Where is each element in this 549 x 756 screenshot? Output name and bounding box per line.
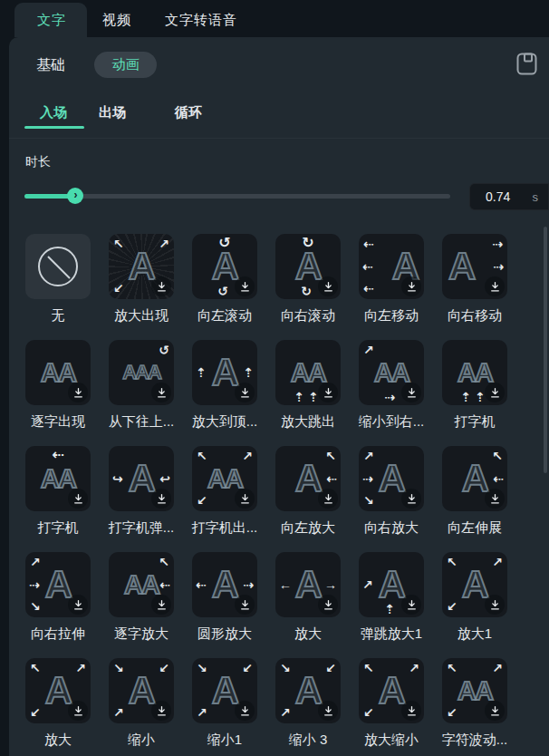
animation-thumbnail[interactable]: A↖↗↙	[359, 658, 424, 723]
tile-label: 向左伸展	[448, 519, 502, 537]
animation-tile[interactable]: A↺↺向左滚动	[192, 234, 257, 325]
animation-thumbnail[interactable]: AA↖↗↙	[192, 446, 257, 511]
animation-tile[interactable]: A⇡⇡放大到顶...	[192, 340, 257, 431]
animation-tile[interactable]: A⇠⇠⇠向左移动	[359, 234, 424, 325]
animtab-exit[interactable]: 出场	[99, 104, 126, 121]
animation-tile[interactable]: A↖↗↙放大缩小	[359, 658, 424, 749]
animation-tile[interactable]: A↖⇠向左放大	[275, 446, 341, 537]
tab-text[interactable]: 文字	[37, 12, 66, 29]
subnav-basic[interactable]: 基础	[36, 56, 65, 75]
motion-arrow-icon: ↖	[159, 556, 169, 568]
motion-arrow-icon: ↘	[30, 600, 41, 613]
duration-value-box[interactable]: 0.74 s	[469, 183, 549, 210]
animation-thumbnail[interactable]: A⇡⇡	[192, 340, 257, 405]
tile-label: 向左移动	[364, 307, 419, 325]
animation-tile[interactable]: A↗⇡弹跳放大1	[359, 552, 424, 643]
motion-arrow-icon: ↙	[30, 706, 41, 719]
motion-arrow-icon: →	[324, 578, 337, 591]
motion-arrow-icon: ⇠	[363, 282, 374, 295]
download-icon	[72, 599, 84, 611]
animation-tile[interactable]: AA⇡⇡放大跳出	[275, 340, 341, 431]
motion-arrow-icon: ↗	[197, 706, 207, 719]
tile-label-wrap: 放大1	[442, 625, 507, 643]
animtab-enter[interactable]: 入场	[40, 104, 67, 121]
tab-text-to-speech[interactable]: 文字转语音	[165, 12, 237, 29]
scrollbar-thumb[interactable]	[544, 227, 547, 473]
animation-tile[interactable]: AA↖↗↙字符波动...	[442, 658, 507, 749]
animation-tile[interactable]: AAA↺从下往上...	[109, 340, 174, 431]
animation-thumbnail[interactable]: AAA↺	[109, 340, 174, 405]
animation-thumbnail[interactable]: A↗⇢↘	[25, 552, 91, 617]
animation-tile[interactable]: AA⇠打字机	[25, 446, 91, 537]
animation-thumbnail[interactable]: AA⇠	[25, 446, 91, 511]
animation-tile[interactable]: AA⇡⇡打字机	[442, 340, 507, 431]
animation-thumbnail[interactable]: A↘↙↗	[109, 658, 174, 723]
animation-thumbnail[interactable]: A↖↗↙	[109, 234, 174, 299]
animation-thumbnail[interactable]: A↗⇡	[359, 552, 424, 617]
tile-label: 打字机	[455, 413, 496, 431]
download-icon	[239, 493, 251, 505]
animation-tile[interactable]: A↖↗↙放大	[25, 658, 91, 749]
animation-thumbnail[interactable]: AA↖⇠	[109, 552, 174, 617]
motion-arrow-icon: ⇡	[196, 366, 207, 379]
download-badge	[401, 701, 421, 721]
tile-label: 缩小	[128, 732, 155, 749]
tile-label: 缩小到右...	[359, 413, 425, 431]
animation-tile[interactable]: A↘↙↗缩小 3	[275, 658, 341, 749]
animation-thumbnail[interactable]: A⇠⇠⇠	[359, 234, 424, 299]
animation-tile[interactable]: A↖↗↙放大1	[442, 552, 507, 643]
save-collection-icon[interactable]	[516, 53, 537, 75]
tile-label: 放大跳出	[281, 413, 335, 431]
download-icon	[72, 493, 84, 505]
animation-thumbnail[interactable]: A⇢⇢	[442, 234, 507, 299]
animation-thumbnail[interactable]: A↖↗↙	[442, 552, 507, 617]
animation-tile[interactable]: A↘↙↗缩小1	[192, 658, 257, 749]
animation-thumbnail[interactable]: A↪↩	[109, 446, 174, 511]
animation-thumbnail[interactable]: AA⇡⇡	[275, 340, 341, 405]
animation-tile[interactable]: A⇢⇢向右移动	[442, 234, 507, 325]
animation-thumbnail[interactable]: A↘↙↗	[275, 658, 341, 723]
animation-thumbnail[interactable]: A↖⇠	[442, 446, 507, 511]
animation-thumbnail[interactable]	[25, 234, 91, 299]
slider-track[interactable]	[24, 194, 450, 199]
animation-tile[interactable]: A↖⇠向左伸展	[442, 446, 507, 537]
duration-slider[interactable]: ›	[24, 188, 450, 204]
animation-tile[interactable]: A↗⇢↘向右拉伸	[25, 552, 91, 643]
animation-tile[interactable]: AA↖⇠逐字放大	[109, 552, 174, 643]
animation-tile[interactable]: A↪↩打字机弹...	[109, 446, 174, 537]
tab-video[interactable]: 视频	[102, 12, 131, 29]
animation-thumbnail[interactable]: A↻↻	[275, 234, 341, 299]
animation-tile[interactable]: A↖↗↙放大出现	[109, 234, 174, 325]
animation-tile[interactable]: A↘↙↗缩小	[109, 658, 174, 749]
animation-thumbnail[interactable]: A↺↺	[192, 234, 257, 299]
animation-tile[interactable]: AA↖↗↙打字机出...	[192, 446, 257, 537]
tile-label: 缩小 3	[289, 732, 328, 749]
motion-arrow-icon: ↗	[492, 556, 503, 568]
animation-tile[interactable]: AA逐字出现	[25, 340, 91, 431]
animation-tile[interactable]: AA↗⇢缩小到右...	[359, 340, 424, 431]
animation-thumbnail[interactable]: A⇠⇢	[192, 552, 257, 617]
animation-thumbnail[interactable]: A↖↗↙	[25, 658, 91, 723]
animation-tile-none[interactable]: 无	[25, 234, 91, 325]
animation-thumbnail[interactable]: A↗⇢↘	[359, 446, 424, 511]
animation-tile[interactable]: A⇠⇢圆形放大	[192, 552, 257, 643]
subnav-animation[interactable]: 动画	[94, 52, 157, 78]
download-badge	[318, 383, 338, 402]
animtab-loop[interactable]: 循环	[175, 104, 202, 121]
motion-arrow-icon: ↗	[159, 237, 169, 250]
animation-tile[interactable]: A↗⇢↘向右放大	[359, 446, 424, 537]
animation-thumbnail[interactable]: AA⇡⇡	[442, 340, 507, 405]
animation-thumbnail[interactable]: A↘↙↗	[192, 658, 257, 723]
animation-thumbnail[interactable]: A←→	[275, 552, 341, 617]
animation-thumbnail[interactable]: AA	[25, 340, 91, 405]
slider-thumb[interactable]: ›	[67, 188, 83, 204]
tile-label: 打字机弹...	[109, 519, 175, 537]
animation-thumbnail[interactable]: A↖⇠	[275, 446, 341, 511]
tile-label-wrap: 向右移动	[442, 307, 507, 325]
animation-tile[interactable]: A↻↻向右滚动	[275, 234, 341, 325]
animation-tile[interactable]: A←→放大	[275, 552, 341, 643]
tile-label: 放大缩小	[364, 732, 419, 749]
animation-thumbnail[interactable]: AA↖↗↙	[442, 658, 507, 723]
duration-value[interactable]: 0.74	[486, 189, 510, 204]
animation-thumbnail[interactable]: AA↗⇢	[359, 340, 424, 405]
